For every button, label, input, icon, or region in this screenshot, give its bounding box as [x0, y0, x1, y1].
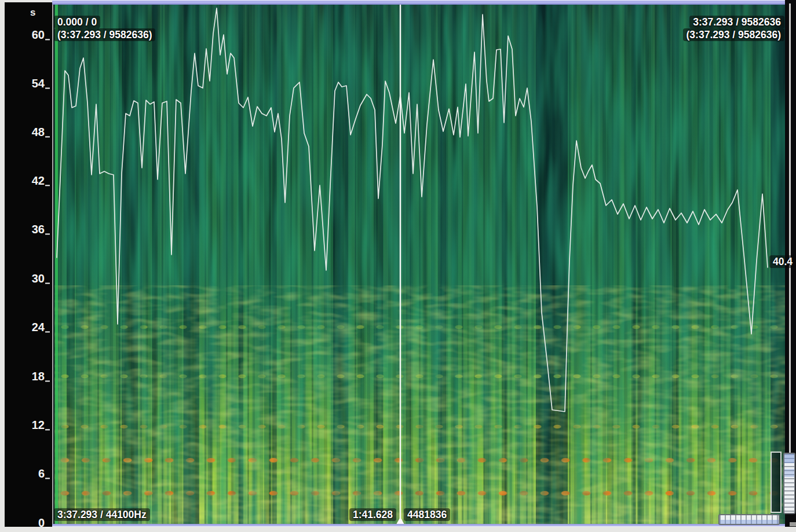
axis-tick: 48 [5, 126, 50, 138]
trace-value-readout: 40.4 [769, 255, 796, 268]
axis-tick: 6 [5, 468, 50, 479]
spectrogram-noise [54, 5, 785, 524]
cursor-frame-readout: 4481836 [404, 508, 450, 521]
readout-line: (3:37.293 / 9582636) [683, 28, 784, 41]
readout-line: 0.000 / 0 [54, 16, 100, 28]
axis-tick: 24 [5, 321, 50, 333]
pane-bottom-border [52, 524, 785, 527]
playback-cursor[interactable] [400, 5, 401, 524]
axis-tick: 36 [5, 223, 50, 235]
right-edge-guide-line [789, 3, 791, 453]
horizontal-zoom-thumbwheel[interactable] [718, 514, 780, 525]
readout-line: (3:37.293 / 9582636) [54, 28, 155, 41]
spectrogram-window: s 60544842363024181260 [0, 0, 796, 532]
axis-tick: 30 [5, 273, 50, 284]
axis-tick: 0 [5, 517, 50, 529]
corner-resize-handle[interactable] [790, 522, 796, 526]
spectrogram-pane[interactable] [54, 5, 785, 524]
vertical-zoom-thumbwheel[interactable] [783, 453, 795, 514]
vertical-zoom-range-indicator[interactable] [771, 452, 782, 513]
axis-unit-label: s [30, 7, 35, 19]
axis-tick: 60 [5, 29, 50, 41]
cursor-time-readout: 1:41.628 [349, 508, 396, 521]
axis-tick: 12 [5, 419, 50, 431]
selection-end-readout: 3:37.293 / 9582636 (3:37.293 / 9582636) [683, 16, 784, 41]
pane-top-border [52, 0, 785, 5]
axis-tick: 54 [5, 78, 50, 89]
selection-start-readout: 0.000 / 0 (3:37.293 / 9582636) [54, 16, 155, 41]
y-axis[interactable]: s 60544842363024181260 [5, 2, 53, 527]
duration-samplerate-readout: 3:37.293 / 44100Hz [54, 508, 150, 521]
axis-tick: 42 [5, 175, 50, 186]
spectrogram-left-edge [55, 5, 58, 524]
axis-tick: 18 [5, 370, 50, 382]
readout-line: 3:37.293 / 9582636 [689, 16, 784, 28]
